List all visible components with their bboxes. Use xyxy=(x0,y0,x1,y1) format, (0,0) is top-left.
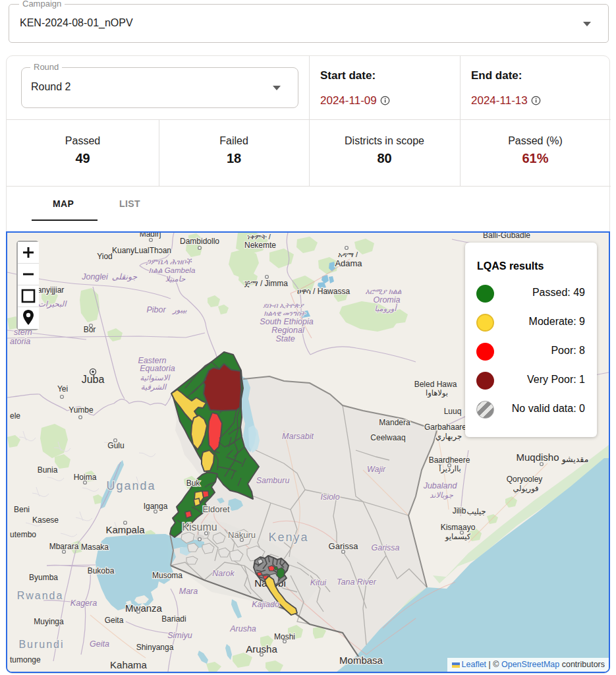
svg-text:utembo: utembo xyxy=(10,530,36,539)
svg-text:Byumba: Byumba xyxy=(29,573,58,582)
svg-text:Kenya: Kenya xyxy=(268,531,308,544)
svg-text:Garissa: Garissa xyxy=(371,543,399,552)
svg-text:Hoima: Hoima xyxy=(74,473,97,482)
svg-text:جونقلى: جونقلى xyxy=(112,272,138,282)
svg-text:Regional: Regional xyxy=(271,326,305,335)
svg-text:Kagera: Kagera xyxy=(70,599,97,608)
svg-text:مقديشو: مقديشو xyxy=(561,455,589,465)
svg-text:South Ethiopia: South Ethiopia xyxy=(260,317,313,326)
svg-text:ጋምቤላ ሕዝቦች: ጋምቤላ ሕዝቦች xyxy=(146,258,192,266)
svg-text:tumonge: tumonge xyxy=(10,655,41,664)
svg-text:Eldoret: Eldoret xyxy=(202,504,230,514)
svg-text:Uganda: Uganda xyxy=(106,479,155,492)
svg-text:Burundi: Burundi xyxy=(18,639,64,650)
svg-text:ደቡብ ኢትዮጵያ: ደቡብ ኢትዮጵያ xyxy=(263,301,304,309)
svg-text:Jilib: Jilib xyxy=(453,506,466,515)
svg-text:Kismaayo: Kismaayo xyxy=(441,523,476,532)
svg-text:atoria: atoria xyxy=(10,337,30,346)
svg-text:አዳማ /: አዳማ / xyxy=(338,250,358,258)
svg-text:Narok: Narok xyxy=(212,569,235,578)
svg-text:Arusha: Arusha xyxy=(229,624,256,633)
svg-text:الشرقية: الشرقية xyxy=(141,383,167,392)
svg-text:anyijjiar: anyijjiar xyxy=(38,285,65,295)
svg-text:ሀዋሳ / Hawassa: ሀዋሳ / Hawassa xyxy=(297,287,350,296)
svg-text:Gulu: Gulu xyxy=(107,441,124,450)
svg-text:Musoma: Musoma xyxy=(152,571,182,580)
svg-text:كيسمايو: كيسمايو xyxy=(445,533,471,542)
svg-text:Muqdisho: Muqdisho xyxy=(516,452,559,463)
svg-text:ጅማ / Jimma: ጅማ / Jimma xyxy=(244,279,288,288)
svg-text:Iganga: Iganga xyxy=(144,502,168,511)
svg-text:Marsabit: Marsabit xyxy=(282,432,314,441)
svg-text:Mwanza: Mwanza xyxy=(125,602,163,614)
svg-text:Garbahaarey: Garbahaarey xyxy=(424,423,470,432)
svg-text:እሮሚያ ክልል: እሮሚያ ክልል xyxy=(365,287,401,295)
svg-text:Wajir: Wajir xyxy=(367,465,386,474)
svg-text:ክልል Gambela: ክልል Gambela xyxy=(149,266,196,274)
svg-text:KuanyLualThɔan: KuanyLualThɔan xyxy=(112,246,171,255)
svg-text:Mandera: Mandera xyxy=(379,418,410,427)
svg-text:Nekemte: Nekemte xyxy=(244,241,276,250)
svg-text:Geita: Geita xyxy=(90,639,109,649)
svg-text:Equatoria: Equatoria xyxy=(140,364,175,373)
svg-text:Beni: Beni xyxy=(14,505,30,514)
svg-text:Kajiado: Kajiado xyxy=(252,600,279,609)
svg-text:Ceelwaaq: Ceelwaaq xyxy=(370,433,405,442)
svg-text:Dambidollo: Dambidollo xyxy=(180,237,219,246)
svg-text:Pibor: Pibor xyxy=(146,305,166,314)
svg-text:Samburu: Samburu xyxy=(256,476,290,485)
svg-text:Tana River: Tana River xyxy=(337,577,377,587)
svg-text:Bunia: Bunia xyxy=(38,465,58,475)
svg-text:Kisumu: Kisumu xyxy=(182,521,217,533)
svg-text:Jubaland: Jubaland xyxy=(423,481,458,490)
svg-text:Beled Hawa: Beled Hawa xyxy=(414,380,457,389)
svg-text:Adama: Adama xyxy=(335,258,362,268)
svg-text:Baardheere: Baardheere xyxy=(429,455,470,465)
svg-text:الاستوائية: الاستوائية xyxy=(140,374,171,382)
svg-text:Kitui: Kitui xyxy=(310,578,327,587)
svg-text:Mombasa: Mombasa xyxy=(339,655,383,666)
svg-text:Geita: Geita xyxy=(105,616,124,625)
svg-text:جيليب: جيليب xyxy=(466,508,486,515)
svg-text:Luuq: Luuq xyxy=(444,407,462,416)
svg-text:بيبور: بيبور xyxy=(171,306,187,314)
svg-text:Rwanda: Rwanda xyxy=(17,590,64,601)
svg-text:حامبيلا: حامبيلا xyxy=(165,275,186,283)
svg-text:ele: ele xyxy=(10,411,20,421)
svg-text:Kampala: Kampala xyxy=(105,524,145,535)
svg-text:Buk: Buk xyxy=(186,479,201,488)
svg-text:Oromia: Oromia xyxy=(374,295,401,305)
svg-text:Juba: Juba xyxy=(82,374,105,385)
svg-text:Yei: Yei xyxy=(57,384,68,394)
svg-text:Simiyu: Simiyu xyxy=(167,631,192,640)
svg-text:Bukoba: Bukoba xyxy=(88,566,115,575)
svg-text:Mara: Mara xyxy=(179,587,198,596)
svg-text:Muyinga: Muyinga xyxy=(34,617,64,626)
svg-text:Shinyanga: Shinyanga xyxy=(136,643,174,652)
svg-text:البحيرات: البحيرات xyxy=(38,299,67,308)
svg-text:Isiolo: Isiolo xyxy=(320,492,339,502)
svg-text:أوروميا: أوروميا xyxy=(375,303,399,313)
svg-text:Kahama: Kahama xyxy=(110,659,148,670)
svg-text:ክልላዊ መንግስት: ክልላዊ መንግስት xyxy=(264,309,306,317)
svg-text:فوريولي: فوريولي xyxy=(513,484,538,494)
svg-text:Yiod: Yiod xyxy=(97,252,113,261)
svg-text:Kasese: Kasese xyxy=(32,515,59,525)
svg-text:Mbarara: Mbarara xyxy=(49,542,79,551)
svg-text:Yumbe: Yumbe xyxy=(69,405,94,415)
svg-text:جوبالاند: جوبالاند xyxy=(430,491,453,500)
svg-text:بولاهاوا: بولاهاوا xyxy=(426,389,448,398)
svg-text:Bariadi: Bariadi xyxy=(161,614,186,624)
svg-text:Masaka: Masaka xyxy=(81,543,109,552)
svg-text:Garissa: Garissa xyxy=(329,541,359,551)
svg-text:Qoryooley: Qoryooley xyxy=(507,475,543,484)
svg-text:State: State xyxy=(275,334,294,343)
svg-text:جربهاري: جربهاري xyxy=(435,432,462,442)
svg-text:ነቀምት /: ነቀምት / xyxy=(247,233,271,241)
svg-text:Balli-Gubadle: Balli-Gubadle xyxy=(483,233,530,240)
svg-text:Jonglei: Jonglei xyxy=(81,272,109,281)
svg-text:Madiŋ: Madiŋ xyxy=(140,233,161,239)
